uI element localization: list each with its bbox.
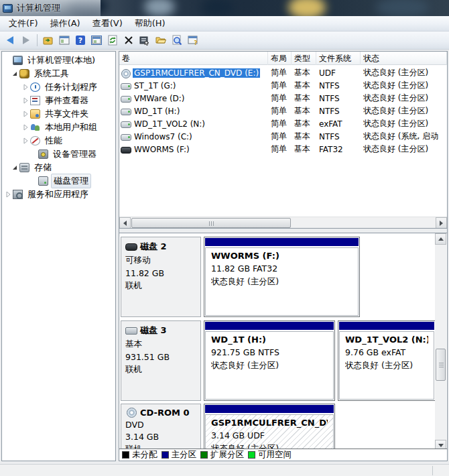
clock-icon xyxy=(30,82,40,92)
computer-management-window: 计算机管理 文件(F) 操作(A) 查看(V) 帮助(H) ? xyxy=(0,0,449,476)
volume-list: GSP1RMCULFRER_CN_DVD (E:) 简单 基本 UDF 状态良好… xyxy=(119,66,447,156)
event-log-icon xyxy=(30,96,40,105)
volume-row-g[interactable]: ST_1T (G:) 简单 基本 NTFS 状态良好 (主分区) xyxy=(119,79,447,92)
pane-splitter[interactable] xyxy=(119,228,447,233)
horizontal-scroll-thumb[interactable] xyxy=(131,218,291,228)
collapsed-arrow-icon[interactable] xyxy=(4,190,12,198)
cd-rom-icon xyxy=(125,409,137,416)
app-icon xyxy=(3,4,13,13)
scroll-left-button[interactable] xyxy=(119,217,131,229)
column-header-type[interactable]: 类型 xyxy=(292,52,316,65)
collapsed-arrow-icon[interactable] xyxy=(21,83,29,91)
title-bar[interactable]: 计算机管理 xyxy=(0,0,449,16)
collapsed-arrow-icon[interactable] xyxy=(21,137,29,145)
disk-management-pane: 卷 布局 类型 文件系统 状态 GSP1RMCULFRER_CN_DVD (E:… xyxy=(119,51,448,461)
device-manager-icon xyxy=(38,150,48,159)
disk-2-label[interactable]: 磁盘 2 可移动 11.82 GB 联机 xyxy=(121,237,201,317)
forward-arrow-icon[interactable] xyxy=(19,33,34,48)
menu-help[interactable]: 帮助(H) xyxy=(129,16,172,31)
basic-disk-icon xyxy=(125,327,137,335)
tree-item-disk-management[interactable]: 磁盘管理 xyxy=(2,174,115,188)
menu-action[interactable]: 操作(A) xyxy=(44,16,86,31)
legend-extended-partition: 扩展分区 xyxy=(200,449,244,461)
volume-row-h[interactable]: WD_1T (H:) 简单 基本 NTFS 状态良好 (主分区) xyxy=(119,105,447,117)
primary-partition-bar xyxy=(205,405,334,413)
disk-graphical-view: 磁盘 2 可移动 11.82 GB 联机 WWORMS (F:) 11.82 G… xyxy=(119,233,447,461)
partition-wd-1t[interactable]: WD_1T (H:) 921.75 GB NTFS 状态良好 (主分区) xyxy=(204,320,335,401)
tree-item-system-tools[interactable]: 系统工具 xyxy=(2,67,115,80)
storage-icon xyxy=(19,163,29,172)
unallocated-swatch xyxy=(122,451,129,459)
vertical-scroll-thumb[interactable] xyxy=(436,349,446,381)
tools-icon xyxy=(19,69,29,78)
console-window-icon[interactable] xyxy=(57,33,72,48)
delete-icon[interactable] xyxy=(121,33,136,48)
disk-management-icon xyxy=(38,176,48,186)
scroll-right-button[interactable] xyxy=(436,217,447,229)
users-icon xyxy=(30,123,40,132)
volume-row-e[interactable]: GSP1RMCULFRER_CN_DVD (E:) 简单 基本 UDF 状态良好… xyxy=(119,66,447,79)
tree-item-device-manager[interactable]: 设备管理器 xyxy=(2,147,115,161)
back-arrow-icon[interactable] xyxy=(3,33,17,48)
partition-wworms[interactable]: WWORMS (F:) 11.82 GB FAT32 状态良好 (主分区) xyxy=(204,237,360,317)
collapsed-arrow-icon[interactable] xyxy=(21,123,29,131)
window-title: 计算机管理 xyxy=(17,2,60,14)
legend-unallocated: 未分配 xyxy=(122,449,157,461)
vertical-scrollbar[interactable] xyxy=(435,233,446,451)
volume-row-f[interactable]: WWORMS (F:) 简单 基本 FAT32 状态良好 (主分区) xyxy=(119,143,447,156)
column-header-filesystem[interactable]: 文件系统 xyxy=(316,52,361,65)
legend-free-space: 可用空间 xyxy=(248,449,292,461)
help-window-icon[interactable]: ? xyxy=(186,33,200,48)
partition-wd-1t-vol2[interactable]: WD_1T_VOL2 (N:) 9.76 GB exFAT 状态良好 (主分区) xyxy=(338,320,436,401)
drive-volume-icon xyxy=(121,119,131,129)
volume-row-n[interactable]: WD_1T_VOL2 (N:) 简单 基本 exFAT 状态良好 (主分区) xyxy=(119,117,447,130)
column-header-layout[interactable]: 布局 xyxy=(268,52,292,65)
volume-row-c[interactable]: Windows7 (C:) 简单 基本 NTFS 状态良好 (系统, 启动 xyxy=(119,130,447,143)
tree-item-shared-folders[interactable]: 共享文件夹 xyxy=(2,107,115,121)
tree-item-task-scheduler[interactable]: 任务计划程序 xyxy=(2,80,115,94)
show-console-tree-icon[interactable] xyxy=(41,33,56,48)
legend-primary-partition: 主分区 xyxy=(162,449,197,461)
primary-partition-swatch xyxy=(162,451,169,459)
menu-file[interactable]: 文件(F) xyxy=(3,16,44,31)
console-window-alt-icon[interactable] xyxy=(89,33,104,48)
tree-item-event-viewer[interactable]: 事件查看器 xyxy=(2,94,115,107)
volume-list-header: 卷 布局 类型 文件系统 状态 xyxy=(119,52,447,65)
primary-partition-bar xyxy=(339,322,434,330)
extended-partition-swatch xyxy=(200,451,208,459)
find-icon[interactable] xyxy=(170,33,184,48)
open-folder-icon[interactable] xyxy=(153,33,168,48)
column-header-status[interactable]: 状态 xyxy=(361,52,447,65)
volume-row-d[interactable]: VMWare (D:) 简单 基本 NTFS 状态良好 (主分区) xyxy=(119,92,447,105)
free-space-swatch xyxy=(248,451,255,459)
services-icon xyxy=(13,190,23,199)
collapsed-arrow-icon[interactable] xyxy=(21,110,29,118)
computer-icon xyxy=(13,56,23,65)
shared-folder-icon xyxy=(30,109,40,119)
expanded-arrow-icon[interactable] xyxy=(11,164,19,172)
performance-icon xyxy=(30,136,40,145)
tree-item-services-applications[interactable]: 服务和应用程序 xyxy=(2,188,115,201)
collapsed-arrow-icon[interactable] xyxy=(21,97,29,105)
drive-volume-icon xyxy=(121,107,131,116)
cd-volume-icon xyxy=(121,68,131,78)
status-bar xyxy=(0,464,449,476)
scroll-up-button[interactable] xyxy=(435,233,446,245)
disk-3-label[interactable]: 磁盘 3 基本 931.51 GB 联机 xyxy=(121,320,201,401)
tree-item-local-users-groups[interactable]: 本地用户和组 xyxy=(2,121,115,134)
menu-view[interactable]: 查看(V) xyxy=(86,16,129,31)
drive-volume-icon xyxy=(121,81,131,91)
column-header-volume[interactable]: 卷 xyxy=(119,52,268,65)
properties-icon[interactable] xyxy=(137,33,152,48)
menu-bar: 文件(F) 操作(A) 查看(V) 帮助(H) xyxy=(0,16,449,32)
tree-item-performance[interactable]: 性能 xyxy=(2,134,115,147)
workspace: 计算机管理(本地) 系统工具 任务计划程序 事件查看器 共享文件夹 xyxy=(0,50,449,464)
refresh-icon[interactable] xyxy=(105,33,120,48)
horizontal-scrollbar[interactable] xyxy=(119,217,447,228)
help-icon[interactable]: ? xyxy=(73,33,88,48)
primary-partition-bar xyxy=(205,238,359,246)
drive-volume-icon xyxy=(121,94,131,103)
tree-item-storage[interactable]: 存储 xyxy=(2,161,115,174)
expanded-arrow-icon[interactable] xyxy=(11,70,19,78)
tree-item-computer-management[interactable]: 计算机管理(本地) xyxy=(2,54,115,67)
